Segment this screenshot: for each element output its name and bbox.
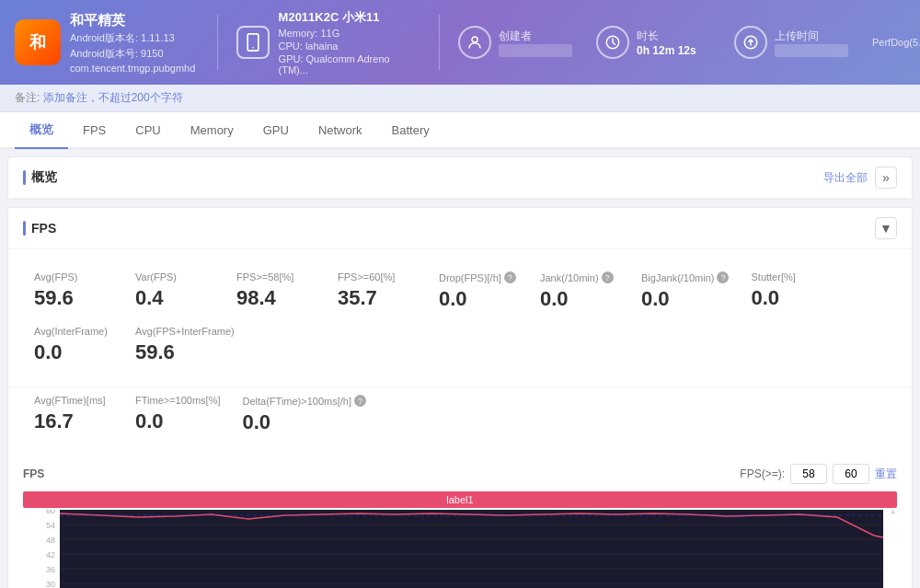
fps-stat-item: Jank(/10min)?0.0 bbox=[529, 264, 630, 318]
fps-chart-svg: 60 54 48 42 36 30 24 18 12 6 1 0 bbox=[23, 510, 897, 588]
device-memory: Memory: 11G bbox=[279, 28, 420, 39]
upload-value bbox=[775, 44, 848, 57]
stat-label: Delta(FTime)>100ms[/h]? bbox=[243, 395, 367, 407]
fps-stat-item: Avg(FPS)59.6 bbox=[23, 264, 124, 318]
device-details: M2011K2C 小米11 Memory: 11G CPU: lahaina G… bbox=[279, 9, 420, 75]
fps-stats-grid-2: Avg(FTime)[ms]16.7FTime>=100ms[%]0.0Delt… bbox=[8, 386, 912, 456]
info-icon[interactable]: ? bbox=[504, 271, 516, 283]
note-prefix: 备注: bbox=[15, 91, 43, 104]
duration-icon bbox=[596, 26, 629, 59]
fps-stat-item: BigJank(/10min)?0.0 bbox=[630, 264, 740, 318]
svg-text:36: 36 bbox=[46, 565, 55, 574]
device-icon bbox=[236, 26, 270, 59]
upload-icon bbox=[734, 26, 767, 59]
info-icon[interactable]: ? bbox=[602, 271, 614, 283]
tab-memory[interactable]: Memory bbox=[176, 114, 248, 148]
tab-overview[interactable]: 概览 bbox=[15, 112, 68, 149]
svg-point-1 bbox=[252, 47, 254, 49]
stat-label: Stutter[%] bbox=[751, 271, 830, 282]
creator-label: 创建者 bbox=[499, 29, 572, 44]
stat-label: FPS>=60[%] bbox=[338, 271, 417, 282]
upload-stat: 上传时间 bbox=[734, 26, 854, 59]
main-content: 概览 导出全部 » FPS ▼ Avg(FPS)59.6Var(FPS)0.4F… bbox=[0, 156, 920, 588]
fps-collapse-button[interactable]: ▼ bbox=[875, 217, 897, 239]
stat-value: 35.7 bbox=[338, 286, 417, 310]
device-model: M2011K2C 小米11 bbox=[279, 9, 420, 26]
app-package: com.tencent.tmgp.pubgmhd bbox=[70, 63, 195, 74]
tab-cpu[interactable]: CPU bbox=[121, 114, 175, 148]
fps-threshold-60-input[interactable] bbox=[833, 464, 869, 484]
stat-value: 0.0 bbox=[34, 340, 113, 364]
creator-stat: 创建者 bbox=[458, 26, 578, 59]
stat-value: 0.0 bbox=[751, 286, 830, 310]
divider-1 bbox=[217, 15, 218, 70]
stat-label: Avg(InterFrame) bbox=[34, 326, 113, 337]
note-bar: 备注: 添加备注，不超过200个字符 bbox=[0, 85, 920, 112]
fps-stat-item: Stutter[%]0.0 bbox=[740, 264, 841, 318]
duration-content: 时长 0h 12m 12s bbox=[637, 29, 696, 57]
fps-stat-item: Var(FPS)0.4 bbox=[124, 264, 225, 318]
app-details: 和平精英 Android版本名: 1.11.13 Android版本号: 915… bbox=[70, 12, 195, 74]
creator-value bbox=[499, 44, 572, 57]
fps-section: FPS ▼ Avg(FPS)59.6Var(FPS)0.4FPS>=58[%]9… bbox=[7, 207, 913, 588]
svg-text:30: 30 bbox=[46, 580, 55, 588]
stat-label: BigJank(/10min)? bbox=[641, 271, 729, 283]
stat-label: FTime>=100ms[%] bbox=[135, 395, 221, 406]
device-cpu: CPU: lahaina bbox=[279, 40, 420, 52]
fps-threshold-controls: FPS(>=): 重置 bbox=[740, 464, 897, 484]
stat-value: 98.4 bbox=[236, 286, 316, 310]
stat-value: 16.7 bbox=[34, 409, 113, 433]
stat-label: Avg(FTime)[ms] bbox=[34, 395, 113, 406]
stat-value: 59.6 bbox=[135, 340, 235, 364]
duration-value: 0h 12m 12s bbox=[637, 44, 696, 57]
stat-value: 0.0 bbox=[135, 409, 221, 433]
overview-header: 概览 导出全部 » bbox=[8, 157, 912, 199]
chart-container: FPS FPS(>=): 重置 label1 bbox=[8, 456, 912, 588]
fps-title: FPS bbox=[23, 221, 56, 236]
fps-stat-item: Avg(InterFrame)0.0 bbox=[23, 318, 124, 372]
device-info: M2011K2C 小米11 Memory: 11G CPU: lahaina G… bbox=[236, 9, 420, 75]
fps-threshold-58-input[interactable] bbox=[790, 464, 827, 484]
stat-label: Jank(/10min)? bbox=[540, 271, 619, 283]
svg-text:60: 60 bbox=[46, 510, 55, 515]
tab-network[interactable]: Network bbox=[304, 114, 377, 148]
fps-stats-grid: Avg(FPS)59.6Var(FPS)0.4FPS>=58[%]98.4FPS… bbox=[8, 249, 912, 386]
stat-label: Drop(FPS)[/h]? bbox=[439, 271, 518, 283]
overview-collapse-button[interactable]: » bbox=[875, 167, 897, 189]
fps-stat-item: Delta(FTime)>100ms[/h]?0.0 bbox=[232, 387, 378, 442]
stat-value: 0.4 bbox=[135, 286, 214, 310]
app-info: 和 和平精英 Android版本名: 1.11.13 Android版本号: 9… bbox=[15, 12, 199, 74]
stat-value: 59.6 bbox=[34, 286, 113, 310]
nav-tabs: 概览 FPS CPU Memory GPU Network Battery bbox=[0, 112, 920, 149]
app-name: 和平精英 bbox=[70, 12, 195, 29]
svg-text:42: 42 bbox=[46, 550, 55, 559]
creator-icon bbox=[458, 26, 491, 59]
export-button[interactable]: 导出全部 bbox=[823, 170, 868, 186]
chart-fps-label: FPS bbox=[23, 467, 44, 480]
chart-reset-button[interactable]: 重置 bbox=[875, 467, 897, 482]
stat-value: 0.0 bbox=[243, 410, 367, 434]
fps-stat-item: Avg(FPS+InterFrame)59.6 bbox=[124, 318, 246, 372]
stat-value: 0.0 bbox=[439, 287, 518, 311]
chart-wrapper: 60 54 48 42 36 30 24 18 12 6 1 0 bbox=[23, 510, 897, 588]
info-icon[interactable]: ? bbox=[354, 395, 366, 407]
app-android-version: Android版本名: 1.11.13 bbox=[70, 31, 195, 45]
tab-fps[interactable]: FPS bbox=[68, 114, 121, 148]
fps-stat-item: FPS>=60[%]35.7 bbox=[327, 264, 428, 318]
creator-content: 创建者 bbox=[499, 29, 572, 57]
fps-threshold-label: FPS(>=): bbox=[740, 467, 785, 480]
chart-label-bar: label1 bbox=[23, 491, 897, 508]
info-icon[interactable]: ? bbox=[717, 271, 729, 283]
svg-rect-5 bbox=[60, 510, 883, 588]
fps-stat-item: FPS>=58[%]98.4 bbox=[225, 264, 327, 318]
note-placeholder[interactable]: 添加备注，不超过200个字符 bbox=[43, 91, 183, 104]
app-icon: 和 bbox=[15, 19, 61, 65]
upload-content: 上传时间 bbox=[775, 29, 848, 57]
duration-stat: 时长 0h 12m 12s bbox=[596, 26, 716, 59]
tab-gpu[interactable]: GPU bbox=[248, 114, 304, 148]
tab-battery[interactable]: Battery bbox=[377, 114, 444, 148]
svg-text:1: 1 bbox=[891, 510, 895, 515]
stat-label: FPS>=58[%] bbox=[236, 271, 316, 282]
upload-label: 上传时间 bbox=[775, 29, 848, 44]
header: 和 和平精英 Android版本名: 1.11.13 Android版本号: 9… bbox=[0, 0, 920, 85]
